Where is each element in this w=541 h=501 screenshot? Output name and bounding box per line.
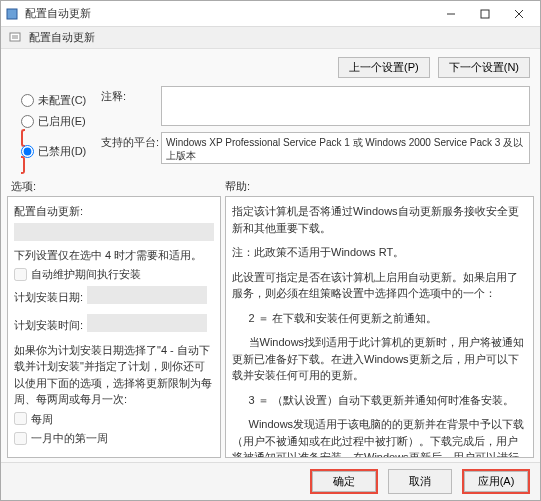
options-heading: 配置自动更新: [14, 203, 214, 220]
weekly-checkbox[interactable] [14, 412, 27, 425]
ok-highlight: 确定 [310, 469, 378, 494]
platform-text: Windows XP Professional Service Pack 1 或… [161, 132, 530, 164]
sub-header: 配置自动更新 [1, 27, 540, 49]
help-p6: 3 ＝ （默认设置）自动下载更新并通知何时准备安装。 [232, 392, 527, 409]
help-p4: 2 ＝ 在下载和安装任何更新之前通知。 [232, 310, 527, 327]
radio-enabled-input[interactable] [21, 115, 34, 128]
maximize-button[interactable] [468, 3, 502, 25]
comment-input[interactable] [161, 86, 530, 126]
svg-rect-0 [7, 9, 17, 19]
dialog-footer: 确定 取消 应用(A) [1, 462, 540, 500]
prev-setting-button[interactable]: 上一个设置(P) [338, 57, 430, 78]
help-header: 帮助: [225, 179, 250, 194]
help-panel: 指定该计算机是否将通过Windows自动更新服务接收安全更新和其他重要下载。 注… [225, 196, 534, 458]
panel-headers: 选项: 帮助: [1, 173, 540, 196]
radio-disabled-input[interactable] [21, 145, 34, 158]
help-p2: 注：此政策不适用于Windows RT。 [232, 244, 527, 261]
svg-rect-5 [10, 33, 20, 41]
help-p7: Windows发现适用于该电脑的的更新并在背景中予以下载（用户不被通知或在此过程… [232, 416, 527, 458]
ok-button[interactable]: 确定 [312, 471, 376, 492]
radio-not-configured[interactable]: 未配置(C) [21, 90, 101, 111]
radio-enabled[interactable]: 已启用(E) [21, 111, 101, 132]
first-week-label: 一月中的第一周 [31, 430, 108, 447]
schedule-day-select[interactable] [87, 286, 207, 304]
dialog-window: 配置自动更新 配置自动更新 上一个设置(P) 下一个设置(N) 未配置(C) 已… [0, 0, 541, 501]
help-p1: 指定该计算机是否将通过Windows自动更新服务接收安全更新和其他重要下载。 [232, 203, 527, 236]
radio-not-configured-input[interactable] [21, 94, 34, 107]
config-mode-select[interactable] [14, 223, 214, 241]
options-note: 下列设置仅在选中 4 时才需要和适用。 [14, 247, 214, 264]
schedule-time-label: 计划安装时间: [14, 317, 83, 334]
apply-highlight: 应用(A) [462, 469, 530, 494]
minimize-button[interactable] [434, 3, 468, 25]
schedule-time-select[interactable] [87, 314, 207, 332]
options-panel: 配置自动更新: 下列设置仅在选中 4 时才需要和适用。 自动维护期间执行安装 计… [7, 196, 221, 458]
main-panels: 配置自动更新: 下列设置仅在选中 4 时才需要和适用。 自动维护期间执行安装 计… [1, 196, 540, 462]
config-top-row: 未配置(C) 已启用(E) 已禁用(D) 注释: 支持的平台: Windows … [1, 84, 540, 173]
title-bar: 配置自动更新 [1, 1, 540, 27]
first-week-checkbox[interactable] [14, 432, 27, 445]
maintenance-checkbox[interactable] [14, 268, 27, 281]
maintenance-label: 自动维护期间执行安装 [31, 266, 141, 283]
options-long-note: 如果你为计划安装日期选择了"4 - 自动下载并计划安装"并指定了计划，则你还可以… [14, 342, 214, 408]
help-p5: 当Windows找到适用于此计算机的更新时，用户将被通知更新已准备好下载。在进入… [232, 334, 527, 384]
radio-not-configured-label: 未配置(C) [38, 93, 86, 108]
platform-label: 支持的平台: [101, 132, 161, 150]
apply-button[interactable]: 应用(A) [464, 471, 528, 492]
comment-label: 注释: [101, 86, 161, 104]
next-setting-button[interactable]: 下一个设置(N) [438, 57, 530, 78]
options-header: 选项: [11, 179, 225, 194]
radio-disabled-highlight: 已禁用(D) [21, 129, 101, 174]
window-title: 配置自动更新 [25, 6, 434, 21]
app-icon [5, 7, 19, 21]
radio-disabled[interactable]: 已禁用(D) [21, 144, 101, 159]
radio-disabled-label: 已禁用(D) [38, 144, 86, 159]
policy-icon [9, 31, 23, 45]
weekly-label: 每周 [31, 411, 53, 428]
svg-rect-2 [481, 10, 489, 18]
sub-title: 配置自动更新 [29, 30, 95, 45]
state-radio-group: 未配置(C) 已启用(E) 已禁用(D) [11, 86, 101, 171]
cancel-button[interactable]: 取消 [388, 469, 452, 494]
schedule-day-label: 计划安装日期: [14, 289, 83, 306]
close-button[interactable] [502, 3, 536, 25]
help-p3: 此设置可指定是否在该计算机上启用自动更新。如果启用了服务，则必须在组策略设置中选… [232, 269, 527, 302]
nav-buttons: 上一个设置(P) 下一个设置(N) [1, 49, 540, 84]
radio-enabled-label: 已启用(E) [38, 114, 86, 129]
